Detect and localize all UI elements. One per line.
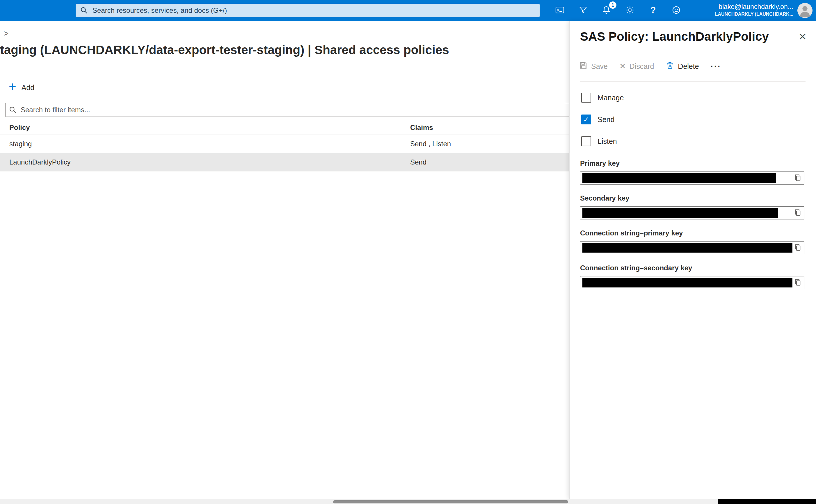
cloud-shell-icon	[555, 6, 564, 16]
feedback-button[interactable]	[668, 2, 685, 19]
send-checkbox-label[interactable]: Send	[597, 115, 615, 124]
claims-cell: Send , Listen	[410, 140, 451, 148]
save-button[interactable]: Save	[579, 61, 608, 72]
policies-table: Policy Claims staging Send , Listen Laun…	[0, 120, 569, 171]
filter-items-input[interactable]	[17, 103, 592, 117]
user-tenant: LAUNCHDARKLY (LAUNCHDARK...	[715, 11, 793, 17]
redacted-value	[582, 173, 776, 183]
user-email: blake@launchdarkly.on...	[715, 3, 793, 11]
save-button-label: Save	[591, 62, 608, 71]
listen-checkbox-label[interactable]: Listen	[597, 137, 617, 146]
filter-items-search[interactable]	[5, 103, 593, 117]
account-menu[interactable]: blake@launchdarkly.on... LAUNCHDARKLY (L…	[715, 3, 793, 17]
add-button[interactable]: + Add	[9, 80, 34, 95]
listen-checkbox-row[interactable]: Listen	[581, 136, 617, 146]
manage-checkbox-row[interactable]: Manage	[581, 92, 624, 103]
directory-filter-button[interactable]	[574, 2, 591, 19]
redacted-value	[582, 278, 792, 287]
panel-toolbar: Save ✕ Discard Delete ···	[579, 61, 722, 72]
copy-icon	[794, 174, 802, 183]
search-icon	[80, 7, 88, 14]
ellipsis-icon: ···	[711, 62, 722, 71]
discard-x-icon: ✕	[620, 62, 626, 71]
send-checkbox[interactable]	[581, 115, 591, 124]
redacted-value	[582, 243, 792, 253]
connection-string-primary-key-label: Connection string–primary key	[580, 229, 683, 237]
settings-gear-icon	[626, 6, 635, 16]
discard-button[interactable]: ✕ Discard	[620, 62, 654, 71]
column-header-policy[interactable]: Policy	[9, 124, 30, 132]
secondary-key-field[interactable]	[580, 206, 804, 219]
copy-icon	[794, 278, 802, 287]
redaction-bar	[718, 499, 816, 504]
add-button-label: Add	[22, 83, 34, 92]
copy-icon	[794, 209, 802, 218]
close-panel-button[interactable]: ✕	[799, 31, 807, 42]
manage-checkbox[interactable]	[581, 93, 591, 103]
secondary-key-label: Secondary key	[580, 194, 629, 202]
primary-key-field[interactable]	[580, 171, 804, 185]
toolbar-divider	[580, 81, 806, 82]
save-disk-icon	[579, 61, 587, 72]
delete-button[interactable]: Delete	[666, 61, 699, 72]
global-search-input[interactable]	[88, 4, 540, 17]
horizontal-scrollbar-thumb[interactable]	[333, 500, 568, 503]
policy-cell: LaunchDarklyPolicy	[9, 158, 71, 166]
connection-string-secondary-key-label: Connection string–secondary key	[580, 264, 692, 272]
user-avatar[interactable]	[797, 3, 813, 18]
table-header-row: Policy Claims	[0, 120, 569, 135]
connection-string-secondary-key-field[interactable]	[580, 276, 804, 289]
copy-primary-key-button[interactable]	[793, 173, 803, 183]
search-icon	[9, 106, 17, 114]
panel-title: SAS Policy: LaunchDarklyPolicy	[580, 30, 769, 44]
copy-connection-string-primary-button[interactable]	[793, 243, 803, 253]
listen-checkbox[interactable]	[581, 136, 591, 146]
sas-policy-panel: SAS Policy: LaunchDarklyPolicy ✕ Save ✕ …	[569, 21, 816, 499]
send-checkbox-row[interactable]: Send	[581, 114, 615, 125]
help-button[interactable]: ?	[645, 2, 662, 19]
copy-icon	[794, 244, 802, 253]
azure-top-bar: 1 ? blake@launchdarkly.on... LAUNCHDARKL…	[0, 0, 816, 21]
cloud-shell-button[interactable]	[551, 2, 568, 19]
global-search[interactable]	[76, 4, 540, 17]
connection-string-primary-key-field[interactable]	[580, 241, 804, 254]
close-icon: ✕	[799, 31, 807, 42]
primary-key-label: Primary key	[580, 159, 620, 167]
more-options-button[interactable]: ···	[711, 62, 722, 71]
breadcrumb-expand-chevron[interactable]: >	[3, 28, 9, 38]
column-header-claims[interactable]: Claims	[410, 124, 433, 132]
plus-icon: +	[9, 80, 16, 93]
policy-cell: staging	[9, 140, 32, 148]
copy-secondary-key-button[interactable]	[793, 208, 803, 218]
table-row-staging[interactable]: staging Send , Listen	[0, 135, 569, 153]
claims-cell: Send	[410, 158, 426, 166]
delete-button-label: Delete	[678, 62, 699, 71]
copy-connection-string-secondary-button[interactable]	[793, 278, 803, 288]
discard-button-label: Discard	[630, 62, 654, 71]
horizontal-scrollbar-track[interactable]	[0, 499, 816, 504]
help-icon: ?	[651, 5, 656, 16]
settings-button[interactable]	[622, 2, 638, 19]
table-row-launchdarklypolicy[interactable]: LaunchDarklyPolicy Send	[0, 153, 569, 171]
directory-filter-icon	[578, 6, 587, 16]
page-title: taging (LAUNCHDARKLY/data-export-tester-…	[0, 43, 567, 57]
redacted-value	[582, 208, 778, 218]
feedback-smiley-icon	[672, 6, 681, 16]
trash-icon	[666, 61, 674, 72]
manage-checkbox-label[interactable]: Manage	[597, 94, 624, 102]
notification-count-badge: 1	[609, 1, 617, 9]
